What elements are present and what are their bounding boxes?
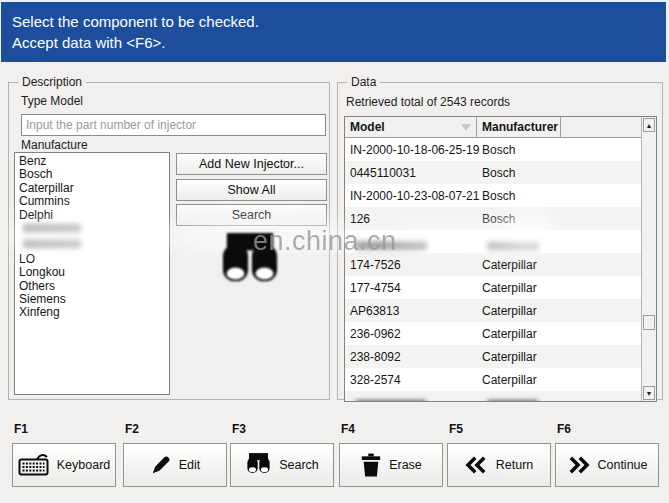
banner-line-1: Select the component to be checked. <box>12 11 666 32</box>
cell-manufacturer: Bosch <box>477 207 641 230</box>
fkey-label: F6 <box>557 422 659 436</box>
return-button[interactable]: Return <box>447 443 551 487</box>
fkey-label: F5 <box>449 422 551 436</box>
obscured-text <box>23 224 81 233</box>
list-item[interactable]: Siemens <box>15 293 169 306</box>
table-header-row: Model Manufacturer <box>345 117 641 138</box>
add-new-injector-button[interactable]: Add New Injector... <box>176 153 327 175</box>
fbtn-label: Erase <box>389 458 422 472</box>
table-row[interactable]: 328-2574Caterpillar <box>345 368 641 391</box>
list-item[interactable]: Benz <box>15 155 169 168</box>
description-group-label: Description <box>18 75 86 89</box>
double-chevron-left-icon <box>465 456 489 474</box>
list-item[interactable]: Cummins <box>15 195 169 208</box>
fbtn-label: Return <box>496 458 534 472</box>
obscured-text <box>355 241 427 250</box>
fkey-label: F2 <box>125 422 227 436</box>
vertical-scrollbar[interactable]: ▲ ▼ <box>641 117 656 401</box>
table-row[interactable]: 238-8092Caterpillar <box>345 345 641 368</box>
data-group-label: Data <box>347 75 380 89</box>
list-item[interactable]: Caterpillar <box>15 182 169 195</box>
fkey-group: F1Keyboard <box>12 420 116 490</box>
fkey-group: F5Return <box>447 420 551 490</box>
records-summary: Retrieved total of 2543 records <box>346 95 510 109</box>
obscured-text <box>355 400 427 402</box>
search-button[interactable]: Search <box>230 443 334 487</box>
list-item[interactable] <box>15 239 169 252</box>
table-row[interactable]: IN-2000-10-23-08-07-21Bosch <box>345 184 641 207</box>
table-row[interactable] <box>345 230 641 253</box>
column-header-manufacturer[interactable]: Manufacturer <box>477 117 561 137</box>
column-header-model[interactable]: Model <box>345 117 477 137</box>
fkey-group: F3Search <box>230 420 334 490</box>
fbtn-label: Continue <box>597 458 647 472</box>
cell-manufacturer: Caterpillar <box>477 345 641 368</box>
obscured-text <box>487 241 539 250</box>
obscured-text <box>487 400 539 402</box>
cell-model: IN-2000-10-23-08-07-21 <box>345 184 477 207</box>
fbtn-label: Edit <box>179 458 201 472</box>
keyboard-icon <box>18 453 50 477</box>
fkey-label: F1 <box>14 422 116 436</box>
banner-line-2: Accept data with <F6>. <box>12 32 666 53</box>
fbtn-label: Search <box>279 458 319 472</box>
cell-model: 177-4754 <box>345 276 477 299</box>
manufacture-listbox[interactable]: BenzBoschCaterpillarCumminsDelphiLOLongk… <box>14 152 170 395</box>
cell-model: 0445110031 <box>345 161 477 184</box>
table-row[interactable]: 174-7526Caterpillar <box>345 253 641 276</box>
erase-button[interactable]: Erase <box>339 443 443 487</box>
sort-triangle-icon <box>461 124 471 131</box>
cell-manufacturer: Bosch <box>477 161 641 184</box>
keyboard-button[interactable]: Keyboard <box>12 443 116 487</box>
data-groupbox: Data Retrieved total of 2543 records Mod… <box>337 82 663 400</box>
cell-model: AP63813 <box>345 299 477 322</box>
pencil-icon <box>150 454 172 476</box>
table-row[interactable]: AP63813Caterpillar <box>345 299 641 322</box>
manufacture-label: Manufacture <box>21 138 88 152</box>
instruction-banner: Select the component to be checked. Acce… <box>1 2 666 62</box>
cell-model: 236-0962 <box>345 322 477 345</box>
list-item[interactable] <box>15 224 169 237</box>
table-row[interactable]: 0445110031Bosch <box>345 161 641 184</box>
cell-model: 328-2574 <box>345 368 477 391</box>
fkey-label: F4 <box>341 422 443 436</box>
list-item[interactable]: Bosch <box>15 168 169 181</box>
type-model-label: Type Model <box>21 94 83 108</box>
list-item[interactable]: Others <box>15 280 169 293</box>
fkey-group: F4Erase <box>339 420 443 490</box>
cell-manufacturer: Caterpillar <box>477 368 641 391</box>
table-row[interactable]: IN-2000-10-18-06-25-19Bosch <box>345 138 641 161</box>
scroll-down-icon[interactable]: ▼ <box>643 386 655 400</box>
table-row[interactable]: 126Bosch <box>345 207 641 230</box>
scrollbar-thumb[interactable] <box>643 315 655 330</box>
continue-button[interactable]: Continue <box>555 443 659 487</box>
cell-model <box>345 391 477 402</box>
table-row[interactable]: 236-0962Caterpillar <box>345 322 641 345</box>
list-item[interactable]: LO <box>15 253 169 266</box>
cell-model: 126 <box>345 207 477 230</box>
cell-model: 174-7526 <box>345 253 477 276</box>
scroll-up-icon[interactable]: ▲ <box>643 118 655 132</box>
description-groupbox: Description Type Model Manufacture BenzB… <box>8 82 330 400</box>
cell-model <box>345 230 477 253</box>
search-button[interactable]: Search <box>176 204 327 226</box>
cell-manufacturer: Bosch <box>477 184 641 207</box>
cell-manufacturer: Bosch <box>477 138 641 161</box>
edit-button[interactable]: Edit <box>123 443 227 487</box>
table-row[interactable]: 177-4754Caterpillar <box>345 276 641 299</box>
list-item[interactable]: Xinfeng <box>15 306 169 319</box>
table-row[interactable] <box>345 391 641 402</box>
cell-manufacturer: Caterpillar <box>477 299 641 322</box>
data-table-body: IN-2000-10-18-06-25-19Bosch0445110031Bos… <box>345 138 641 402</box>
cell-model: IN-2000-10-18-06-25-19 <box>345 138 477 161</box>
binoculars-icon <box>245 453 272 477</box>
list-item[interactable]: Delphi <box>15 209 169 222</box>
cell-manufacturer: Caterpillar <box>477 322 641 345</box>
list-item[interactable]: Longkou <box>15 266 169 279</box>
type-model-input[interactable] <box>21 114 326 136</box>
cell-manufacturer: Caterpillar <box>477 253 641 276</box>
fkey-group: F2Edit <box>123 420 227 490</box>
show-all-button[interactable]: Show All <box>176 179 327 201</box>
cell-manufacturer <box>477 391 641 402</box>
double-chevron-right-icon <box>566 456 590 474</box>
